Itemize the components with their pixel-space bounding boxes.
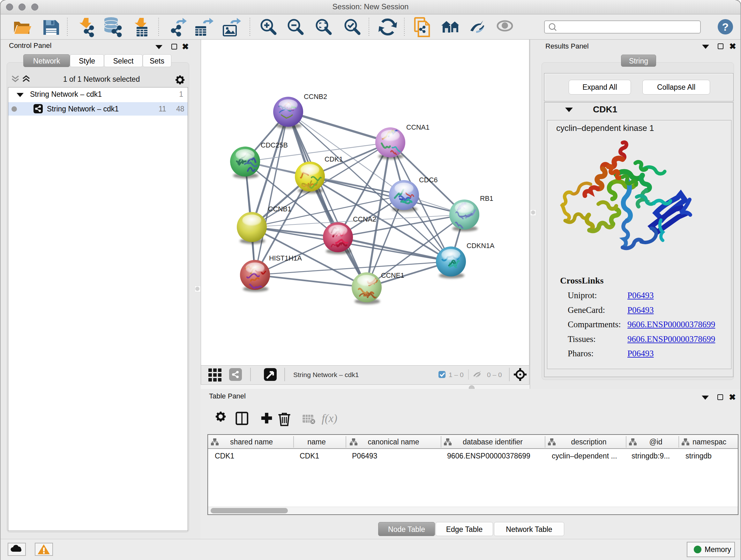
svg-text:CDC6: CDC6	[419, 176, 438, 184]
svg-text:?: ?	[722, 21, 729, 33]
svg-text:0 – 0: 0 – 0	[487, 371, 502, 378]
svg-text:database identifier: database identifier	[463, 438, 523, 446]
svg-text:CCNE1: CCNE1	[381, 272, 404, 279]
svg-text:RB1: RB1	[480, 195, 493, 202]
svg-text:HIST1H1A: HIST1H1A	[269, 254, 302, 262]
svg-text:CCNA2: CCNA2	[353, 215, 376, 223]
svg-text:CDC25B: CDC25B	[261, 141, 288, 149]
svg-text:CDKN1A: CDKN1A	[467, 242, 495, 250]
svg-text:@id: @id	[649, 438, 662, 446]
svg-text:name: name	[307, 438, 326, 446]
svg-text:f(x): f(x)	[322, 412, 337, 425]
svg-text:shared name: shared name	[230, 438, 273, 446]
svg-text:description: description	[571, 438, 606, 446]
svg-text:CCNA1: CCNA1	[406, 124, 429, 131]
svg-text:namespac: namespac	[692, 438, 726, 446]
svg-text:1 – 0: 1 – 0	[449, 371, 464, 378]
svg-text:CCNB2: CCNB2	[304, 93, 327, 101]
svg-text:CDK1: CDK1	[325, 155, 343, 163]
svg-text:canonical name: canonical name	[367, 438, 419, 446]
svg-text:CCNB1: CCNB1	[268, 205, 291, 213]
svg-text:String Network – cdk1: String Network – cdk1	[293, 371, 359, 378]
